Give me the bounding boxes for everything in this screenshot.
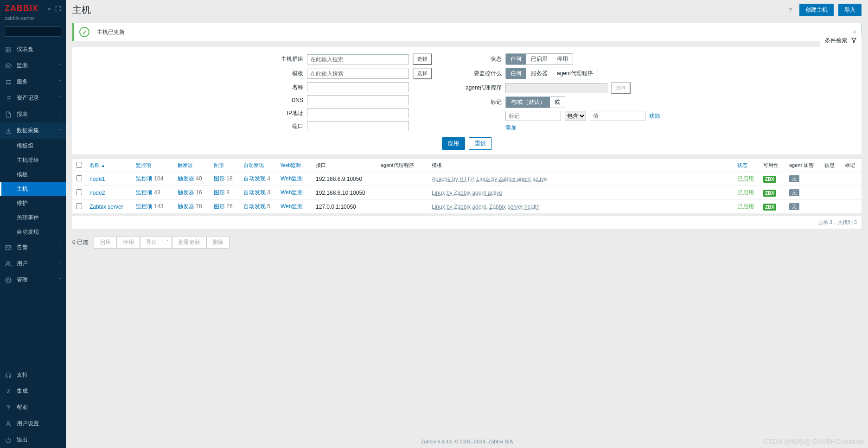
triggers-link[interactable]: 触发器 (178, 175, 194, 182)
nav-item-mail[interactable]: 告警˅ (0, 239, 66, 256)
host-link[interactable]: node2 (89, 190, 105, 196)
nav-item-gear[interactable]: 管理˅ (0, 272, 66, 288)
sub-item[interactable]: 自动发现 (0, 225, 66, 239)
toggle-status[interactable]: 任何已启用停用 (505, 53, 573, 65)
template-link[interactable]: Apache by HTTP (432, 176, 473, 182)
toggle-opt[interactable]: 任何 (506, 68, 526, 79)
sub-item[interactable]: 主机 (0, 182, 66, 196)
sub-item[interactable]: 模板 (0, 167, 66, 182)
col-graphs[interactable]: 图形 (214, 162, 224, 168)
table-row: node1 监控项 104 触发器 40 图形 18 自动发现 4 Web监测 … (72, 172, 862, 186)
import-button[interactable]: 导入 (838, 4, 862, 16)
input-hostgroup[interactable] (307, 54, 409, 64)
sub-item[interactable]: 模板组 (0, 139, 66, 153)
col-triggers[interactable]: 触发器 (178, 162, 193, 168)
nav-item-grid[interactable]: 仪表盘 (0, 41, 66, 58)
web-link[interactable]: Web监测 (281, 203, 303, 210)
sub-item[interactable]: 关联事件 (0, 211, 66, 225)
discovery-link[interactable]: 自动发现 (243, 203, 266, 210)
input-tag-val[interactable] (590, 111, 645, 121)
toggle-opt[interactable]: 与/或（默认） (506, 97, 550, 108)
logo-area: ZABBIX « ⛶ (0, 0, 66, 13)
z-icon: Z (5, 388, 12, 395)
nav-item-list[interactable]: 资产记录˅ (0, 90, 66, 106)
toggle-opt[interactable]: agent代理程序 (552, 68, 598, 79)
status-link[interactable]: 已启用 (737, 203, 754, 210)
input-port[interactable] (307, 121, 409, 131)
row-checkbox[interactable] (76, 189, 82, 195)
nav-item-download[interactable]: 数据采集˄ (0, 122, 66, 139)
row-checkbox[interactable] (76, 175, 82, 181)
nav-item-help[interactable]: ?帮助 (0, 399, 66, 416)
list-icon (5, 95, 12, 102)
select-all-checkbox[interactable] (76, 162, 82, 168)
graphs-link[interactable]: 图形 (214, 189, 225, 196)
template-link[interactable]: Linux by Zabbix agent active (432, 190, 502, 196)
toggle-opt[interactable]: 任何 (506, 54, 526, 64)
nav-item-tree[interactable]: 服务˅ (0, 74, 66, 90)
sub-item[interactable]: 主机群组 (0, 153, 66, 167)
graphs-link[interactable]: 图形 (214, 203, 225, 210)
logo-text[interactable]: ZABBIX (5, 4, 38, 13)
filter-toggle-tab[interactable]: 条件检索 (820, 34, 862, 47)
row-checkbox[interactable] (76, 203, 82, 209)
footer-link[interactable]: Zabbix SIA (488, 439, 513, 444)
items-link[interactable]: 监控项 (136, 189, 153, 196)
nav-item-eye[interactable]: 监测˅ (0, 58, 66, 74)
triggers-link[interactable]: 触发器 (178, 189, 194, 196)
host-link[interactable]: Zabbix server (89, 204, 123, 210)
fullscreen-icon[interactable]: ⛶ (55, 6, 61, 12)
template-link[interactable]: Linux by Zabbix agent active (477, 176, 547, 182)
graphs-link[interactable]: 图形 (214, 175, 225, 182)
toggle-opt[interactable]: 服务器 (526, 68, 552, 79)
nav-item-user[interactable]: 用户设置 (0, 416, 66, 432)
label-hostgroup: 主机群组 (274, 55, 303, 63)
select-hostgroup-button[interactable]: 选择 (413, 53, 432, 65)
template-link[interactable]: Linux by Zabbix agent (432, 204, 486, 210)
col-items[interactable]: 监控项 (136, 162, 151, 168)
items-link[interactable]: 监控项 (136, 203, 153, 210)
col-status[interactable]: 状态 (737, 162, 747, 168)
template-link[interactable]: Zabbix server health (489, 204, 540, 210)
col-discovery[interactable]: 自动发现 (243, 162, 264, 168)
toggle-opt[interactable]: 已启用 (526, 54, 552, 64)
select-tag-op[interactable]: 包含 (565, 111, 586, 121)
toggle-opt[interactable]: 停用 (552, 54, 573, 64)
reset-filter-button[interactable]: 重设 (469, 137, 492, 150)
input-ip[interactable] (307, 108, 409, 118)
host-link[interactable]: node1 (89, 176, 105, 182)
nav-item-users[interactable]: 用户˅ (0, 256, 66, 272)
label-status: 状态 (460, 55, 502, 63)
web-link[interactable]: Web监测 (281, 189, 303, 196)
status-link[interactable]: 已启用 (737, 189, 754, 196)
toggle-tag-logic[interactable]: 与/或（默认）或 (505, 96, 565, 108)
select-template-button[interactable]: 选择 (413, 68, 432, 79)
web-link[interactable]: Web监测 (281, 175, 303, 182)
input-template[interactable] (307, 69, 409, 79)
triggers-link[interactable]: 触发器 (178, 203, 194, 210)
nav-item-power[interactable]: 退出 (0, 432, 66, 448)
nav-item-doc[interactable]: 报表˅ (0, 106, 66, 122)
help-icon[interactable]: ? (785, 6, 795, 14)
items-link[interactable]: 监控项 (136, 175, 153, 182)
input-name[interactable] (307, 82, 409, 92)
collapse-icon[interactable]: « (48, 6, 51, 12)
col-web[interactable]: Web监测 (281, 162, 301, 168)
global-search[interactable]: 🔍 (5, 26, 61, 37)
status-link[interactable]: 已启用 (737, 175, 754, 182)
nav-item-z[interactable]: Z集成 (0, 383, 66, 399)
nav-item-headset[interactable]: 支持 (0, 367, 66, 383)
sub-item[interactable]: 维护 (0, 196, 66, 211)
discovery-link[interactable]: 自动发现 (243, 189, 266, 196)
svg-point-23 (7, 421, 10, 423)
remove-tag-link[interactable]: 移除 (649, 112, 660, 120)
add-tag-link[interactable]: 添加 (505, 124, 517, 132)
create-host-button[interactable]: 创建主机 (799, 4, 834, 16)
input-tag-key[interactable] (505, 111, 561, 121)
toggle-opt[interactable]: 或 (550, 97, 565, 108)
apply-filter-button[interactable]: 应用 (442, 137, 465, 150)
input-dns[interactable] (307, 95, 409, 105)
toggle-monitor[interactable]: 任何服务器agent代理程序 (505, 68, 598, 79)
col-name[interactable]: 名称 ▲ (89, 162, 105, 168)
discovery-link[interactable]: 自动发现 (243, 175, 266, 182)
